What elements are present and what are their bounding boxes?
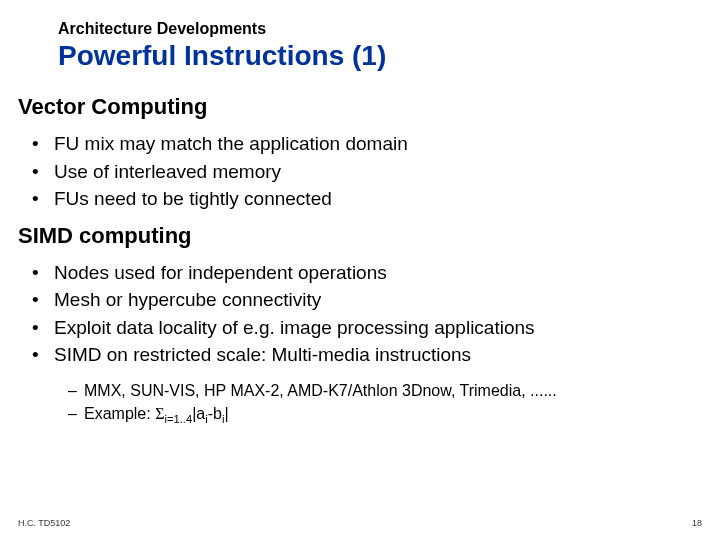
supertitle: Architecture Developments bbox=[58, 20, 702, 38]
list-item: Nodes used for independent operations bbox=[32, 259, 702, 287]
list-item: MMX, SUN-VIS, HP MAX-2, AMD-K7/Athlon 3D… bbox=[68, 379, 702, 402]
bullet-list-0: FU mix may match the application domain … bbox=[32, 130, 702, 213]
example-mid: -b bbox=[208, 405, 222, 422]
example-tail: | bbox=[224, 405, 228, 422]
section-heading-1: SIMD computing bbox=[18, 223, 702, 249]
footer-right: 18 bbox=[692, 518, 702, 528]
bullet-list-1: Nodes used for independent operations Me… bbox=[32, 259, 702, 369]
example-prefix: Example: bbox=[84, 405, 155, 422]
list-item: FU mix may match the application domain bbox=[32, 130, 702, 158]
list-item: Mesh or hypercube connectivity bbox=[32, 286, 702, 314]
slide: Architecture Developments Powerful Instr… bbox=[0, 0, 720, 540]
list-item: FUs need to be tightly connected bbox=[32, 185, 702, 213]
list-item: Exploit data locality of e.g. image proc… bbox=[32, 314, 702, 342]
list-item: SIMD on restricted scale: Multi-media in… bbox=[32, 341, 702, 369]
example-body: |a bbox=[192, 405, 205, 422]
example-sub: i=1..4 bbox=[164, 413, 192, 425]
list-item: Use of interleaved memory bbox=[32, 158, 702, 186]
page-title: Powerful Instructions (1) bbox=[58, 40, 702, 72]
list-item-example: Example: Σi=1..4|ai-bi| bbox=[68, 402, 702, 427]
footer-left: H.C. TD5102 bbox=[18, 518, 70, 528]
section-heading-0: Vector Computing bbox=[18, 94, 702, 120]
sub-bullet-list: MMX, SUN-VIS, HP MAX-2, AMD-K7/Athlon 3D… bbox=[68, 379, 702, 428]
